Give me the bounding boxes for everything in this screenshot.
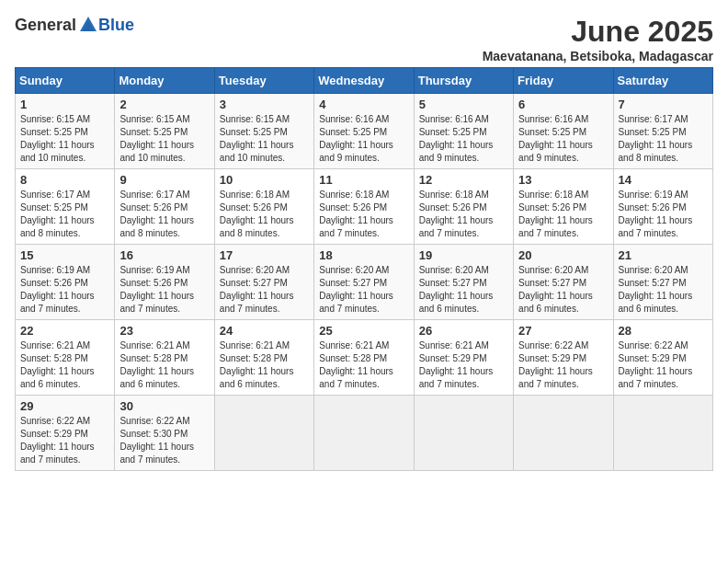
day-number: 4 <box>319 98 408 111</box>
day-info: Sunrise: 6:22 AM Sunset: 5:29 PM Dayligh… <box>20 415 109 466</box>
day-cell-empty <box>314 396 414 471</box>
calendar-row-3: 15Sunrise: 6:19 AM Sunset: 5:26 PM Dayli… <box>16 245 713 320</box>
day-number: 1 <box>20 98 109 111</box>
day-cell-27: 27Sunrise: 6:22 AM Sunset: 5:29 PM Dayli… <box>514 320 613 396</box>
logo-icon <box>78 15 98 35</box>
month-title: June 2025 <box>483 15 713 49</box>
calendar-header-row: SundayMondayTuesdayWednesdayThursdayFrid… <box>16 68 713 94</box>
day-cell-15: 15Sunrise: 6:19 AM Sunset: 5:26 PM Dayli… <box>16 245 115 320</box>
header-wednesday: Wednesday <box>314 68 414 94</box>
day-info: Sunrise: 6:17 AM Sunset: 5:26 PM Dayligh… <box>119 189 209 240</box>
day-info: Sunrise: 6:17 AM Sunset: 5:25 PM Dayligh… <box>619 113 708 165</box>
logo-general: General <box>15 16 76 35</box>
header-tuesday: Tuesday <box>214 68 313 94</box>
day-number: 6 <box>518 98 608 111</box>
day-info: Sunrise: 6:15 AM Sunset: 5:25 PM Dayligh… <box>220 113 309 165</box>
day-info: Sunrise: 6:20 AM Sunset: 5:27 PM Dayligh… <box>419 264 508 316</box>
logo: General Blue <box>15 15 134 35</box>
day-number: 11 <box>319 173 408 187</box>
header-saturday: Saturday <box>613 68 712 94</box>
day-cell-3: 3Sunrise: 6:15 AM Sunset: 5:25 PM Daylig… <box>214 94 313 169</box>
day-cell-5: 5Sunrise: 6:16 AM Sunset: 5:25 PM Daylig… <box>414 94 513 169</box>
day-info: Sunrise: 6:18 AM Sunset: 5:26 PM Dayligh… <box>220 189 309 240</box>
day-number: 30 <box>119 399 209 413</box>
day-cell-1: 1Sunrise: 6:15 AM Sunset: 5:25 PM Daylig… <box>16 94 115 169</box>
day-number: 24 <box>220 324 309 338</box>
day-info: Sunrise: 6:20 AM Sunset: 5:27 PM Dayligh… <box>220 264 309 316</box>
day-info: Sunrise: 6:15 AM Sunset: 5:25 PM Dayligh… <box>20 113 109 165</box>
day-number: 13 <box>518 173 608 187</box>
day-info: Sunrise: 6:18 AM Sunset: 5:26 PM Dayligh… <box>518 189 608 240</box>
day-number: 23 <box>119 324 209 338</box>
day-info: Sunrise: 6:16 AM Sunset: 5:25 PM Dayligh… <box>319 113 408 165</box>
day-info: Sunrise: 6:21 AM Sunset: 5:29 PM Dayligh… <box>419 339 508 391</box>
day-cell-8: 8Sunrise: 6:17 AM Sunset: 5:25 PM Daylig… <box>16 169 115 245</box>
header-thursday: Thursday <box>414 68 513 94</box>
day-info: Sunrise: 6:15 AM Sunset: 5:25 PM Dayligh… <box>119 113 209 165</box>
calendar-row-5: 29Sunrise: 6:22 AM Sunset: 5:29 PM Dayli… <box>16 396 713 471</box>
day-info: Sunrise: 6:20 AM Sunset: 5:27 PM Dayligh… <box>319 264 408 316</box>
day-number: 12 <box>419 173 508 187</box>
day-cell-18: 18Sunrise: 6:20 AM Sunset: 5:27 PM Dayli… <box>314 245 414 320</box>
day-number: 22 <box>20 324 109 338</box>
day-number: 2 <box>119 98 209 111</box>
day-info: Sunrise: 6:16 AM Sunset: 5:25 PM Dayligh… <box>518 113 608 165</box>
day-cell-30: 30Sunrise: 6:22 AM Sunset: 5:30 PM Dayli… <box>115 396 214 471</box>
day-number: 7 <box>619 98 708 111</box>
day-number: 28 <box>619 324 708 338</box>
day-number: 18 <box>319 248 408 262</box>
day-cell-22: 22Sunrise: 6:21 AM Sunset: 5:28 PM Dayli… <box>16 320 115 396</box>
day-cell-9: 9Sunrise: 6:17 AM Sunset: 5:26 PM Daylig… <box>115 169 214 245</box>
day-number: 15 <box>20 248 109 262</box>
day-number: 16 <box>119 248 209 262</box>
day-number: 27 <box>518 324 608 338</box>
day-cell-2: 2Sunrise: 6:15 AM Sunset: 5:25 PM Daylig… <box>115 94 214 169</box>
day-cell-26: 26Sunrise: 6:21 AM Sunset: 5:29 PM Dayli… <box>414 320 513 396</box>
header-monday: Monday <box>115 68 214 94</box>
day-number: 21 <box>619 248 708 262</box>
day-cell-21: 21Sunrise: 6:20 AM Sunset: 5:27 PM Dayli… <box>613 245 712 320</box>
day-number: 10 <box>220 173 309 187</box>
day-cell-10: 10Sunrise: 6:18 AM Sunset: 5:26 PM Dayli… <box>214 169 313 245</box>
page-header: General Blue June 2025 Maevatanana, Bets… <box>15 15 713 63</box>
header-sunday: Sunday <box>16 68 115 94</box>
day-cell-28: 28Sunrise: 6:22 AM Sunset: 5:29 PM Dayli… <box>613 320 712 396</box>
day-info: Sunrise: 6:17 AM Sunset: 5:25 PM Dayligh… <box>20 189 109 240</box>
day-info: Sunrise: 6:18 AM Sunset: 5:26 PM Dayligh… <box>319 189 408 240</box>
logo-blue: Blue <box>98 16 134 35</box>
day-number: 29 <box>20 399 109 413</box>
day-number: 20 <box>518 248 608 262</box>
day-number: 14 <box>619 173 708 187</box>
day-info: Sunrise: 6:21 AM Sunset: 5:28 PM Dayligh… <box>20 339 109 391</box>
title-area: June 2025 Maevatanana, Betsiboka, Madaga… <box>483 15 713 63</box>
day-cell-empty <box>414 396 513 471</box>
calendar-table: SundayMondayTuesdayWednesdayThursdayFrid… <box>15 67 713 471</box>
day-cell-14: 14Sunrise: 6:19 AM Sunset: 5:26 PM Dayli… <box>613 169 712 245</box>
day-number: 26 <box>419 324 508 338</box>
day-cell-19: 19Sunrise: 6:20 AM Sunset: 5:27 PM Dayli… <box>414 245 513 320</box>
day-cell-empty <box>514 396 613 471</box>
day-cell-6: 6Sunrise: 6:16 AM Sunset: 5:25 PM Daylig… <box>514 94 613 169</box>
day-number: 17 <box>220 248 309 262</box>
day-cell-29: 29Sunrise: 6:22 AM Sunset: 5:29 PM Dayli… <box>16 396 115 471</box>
day-cell-11: 11Sunrise: 6:18 AM Sunset: 5:26 PM Dayli… <box>314 169 414 245</box>
day-info: Sunrise: 6:20 AM Sunset: 5:27 PM Dayligh… <box>619 264 708 316</box>
day-info: Sunrise: 6:22 AM Sunset: 5:30 PM Dayligh… <box>119 415 209 466</box>
day-cell-20: 20Sunrise: 6:20 AM Sunset: 5:27 PM Dayli… <box>514 245 613 320</box>
day-info: Sunrise: 6:19 AM Sunset: 5:26 PM Dayligh… <box>119 264 209 316</box>
calendar-row-1: 1Sunrise: 6:15 AM Sunset: 5:25 PM Daylig… <box>16 94 713 169</box>
day-info: Sunrise: 6:16 AM Sunset: 5:25 PM Dayligh… <box>419 113 508 165</box>
day-cell-12: 12Sunrise: 6:18 AM Sunset: 5:26 PM Dayli… <box>414 169 513 245</box>
day-cell-4: 4Sunrise: 6:16 AM Sunset: 5:25 PM Daylig… <box>314 94 414 169</box>
calendar-row-4: 22Sunrise: 6:21 AM Sunset: 5:28 PM Dayli… <box>16 320 713 396</box>
day-cell-23: 23Sunrise: 6:21 AM Sunset: 5:28 PM Dayli… <box>115 320 214 396</box>
day-number: 8 <box>20 173 109 187</box>
day-cell-24: 24Sunrise: 6:21 AM Sunset: 5:28 PM Dayli… <box>214 320 313 396</box>
day-info: Sunrise: 6:20 AM Sunset: 5:27 PM Dayligh… <box>518 264 608 316</box>
calendar-row-2: 8Sunrise: 6:17 AM Sunset: 5:25 PM Daylig… <box>16 169 713 245</box>
header-friday: Friday <box>514 68 613 94</box>
day-number: 5 <box>419 98 508 111</box>
day-number: 9 <box>119 173 209 187</box>
day-cell-empty <box>613 396 712 471</box>
day-cell-7: 7Sunrise: 6:17 AM Sunset: 5:25 PM Daylig… <box>613 94 712 169</box>
